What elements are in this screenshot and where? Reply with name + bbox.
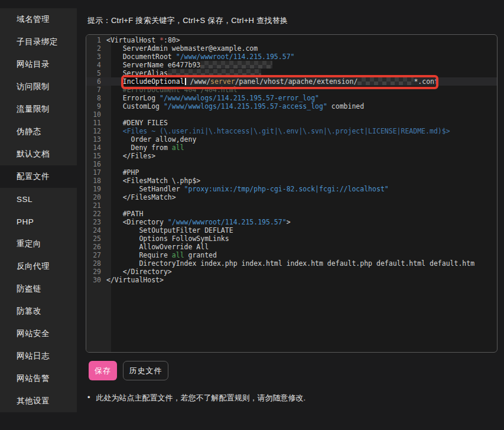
line-number: 5 bbox=[86, 69, 106, 77]
footer-note: • 此处为站点主配置文件，若您不了解配置规则，请勿随意修改. bbox=[87, 393, 305, 403]
sidebar-item-防篡改[interactable]: 防篡改 bbox=[0, 300, 77, 322]
sidebar-item-SSL[interactable]: SSL bbox=[0, 188, 77, 210]
line-number: 3 bbox=[86, 53, 106, 61]
line-number: 22 bbox=[86, 210, 106, 218]
line-number: 1 bbox=[86, 36, 106, 44]
sidebar-item-PHP[interactable]: PHP bbox=[0, 210, 77, 233]
bullet-icon: • bbox=[87, 393, 90, 403]
code-line: 3 DocumentRoot "/www/wwwroot/114.215.195… bbox=[86, 53, 497, 61]
code-line: 22 #PATH bbox=[86, 210, 497, 218]
line-number: 27 bbox=[86, 251, 106, 259]
code-line: 27 Require all granted bbox=[86, 251, 497, 259]
sidebar-item-网站安全[interactable]: 网站安全 bbox=[0, 322, 77, 345]
code-line: 30</VirtualHost> bbox=[86, 276, 497, 284]
line-number: 8 bbox=[86, 94, 106, 102]
sidebar-item-配置文件[interactable]: 配置文件 bbox=[0, 165, 77, 188]
line-number: 14 bbox=[86, 144, 106, 152]
line-number: 4 bbox=[86, 61, 106, 69]
code-content: 1<VirtualHost *:80>2 ServerAdmin webmast… bbox=[86, 36, 497, 284]
sidebar-item-域名管理[interactable]: 域名管理 bbox=[0, 8, 77, 31]
code-line: 29 </Directory> bbox=[86, 268, 497, 276]
code-line: 10 bbox=[86, 110, 497, 119]
redacted-blur bbox=[357, 77, 414, 85]
sidebar-item-子目录绑定[interactable]: 子目录绑定 bbox=[0, 31, 77, 53]
code-line: 26 AllowOverride All bbox=[86, 243, 497, 251]
line-number: 7 bbox=[86, 86, 106, 94]
code-line: 13 Order allow,deny bbox=[86, 135, 497, 144]
line-number: 11 bbox=[86, 119, 106, 127]
line-number: 15 bbox=[86, 152, 106, 160]
sidebar-item-重定向[interactable]: 重定向 bbox=[0, 233, 77, 255]
sidebar-item-防盗链[interactable]: 防盗链 bbox=[0, 278, 77, 300]
code-line: 19 SetHandler "proxy:unix:/tmp/php-cgi-8… bbox=[86, 185, 497, 193]
code-line: 17 #PHP bbox=[86, 168, 497, 177]
code-line: 16 bbox=[86, 160, 497, 168]
redacted-blur bbox=[168, 69, 261, 77]
code-line: 8 ErrorLog "/www/wwwlogs/114.215.195.57-… bbox=[86, 94, 497, 102]
code-line: 12 <Files ~ (\.user.ini|\.htaccess|\.git… bbox=[86, 127, 497, 135]
line-number: 29 bbox=[86, 268, 106, 276]
code-line: 4 ServerName e6477b93 bbox=[86, 61, 497, 69]
code-line: 15 </Files> bbox=[86, 152, 497, 160]
sidebar-item-反向代理[interactable]: 反向代理 bbox=[0, 255, 77, 278]
code-line: 21 bbox=[86, 201, 497, 210]
line-number: 25 bbox=[86, 234, 106, 243]
config-file-editor[interactable]: 1<VirtualHost *:80>2 ServerAdmin webmast… bbox=[86, 34, 498, 353]
sidebar-item-网站日志[interactable]: 网站日志 bbox=[0, 345, 77, 367]
history-file-button[interactable]: 历史文件 bbox=[123, 361, 168, 380]
code-line: 11 #DENY FILES bbox=[86, 119, 497, 127]
code-line: 25 Options FollowSymLinks bbox=[86, 234, 497, 243]
line-number: 12 bbox=[86, 127, 106, 135]
line-number: 30 bbox=[86, 276, 106, 284]
sidebar-item-流量限制[interactable]: 流量限制 bbox=[0, 98, 77, 120]
code-line: 9 CustomLog "/www/wwwlogs/114.215.195.57… bbox=[86, 102, 497, 110]
sidebar-item-网站告警[interactable]: 网站告警 bbox=[0, 367, 77, 390]
sidebar-item-其他设置[interactable]: 其他设置 bbox=[0, 390, 77, 412]
sidebar-item-默认文档[interactable]: 默认文档 bbox=[0, 143, 77, 165]
sidebar-item-伪静态[interactable]: 伪静态 bbox=[0, 120, 77, 143]
code-line: 14 Deny from all bbox=[86, 144, 497, 152]
line-number: 20 bbox=[86, 193, 106, 201]
code-line: 5 ServerAlias bbox=[86, 69, 497, 77]
code-line: 1<VirtualHost *:80> bbox=[86, 36, 497, 44]
line-number: 21 bbox=[86, 201, 106, 210]
code-line: 2 ServerAdmin webmaster@example.com bbox=[86, 44, 497, 53]
save-button[interactable]: 保存 bbox=[89, 361, 117, 380]
line-number: 24 bbox=[86, 226, 106, 234]
line-number: 26 bbox=[86, 243, 106, 251]
line-number: 28 bbox=[86, 259, 106, 268]
line-number: 18 bbox=[86, 177, 106, 185]
footer-note-text: 此处为站点主配置文件，若您不了解配置规则，请勿随意修改. bbox=[96, 393, 306, 403]
code-line: 24 SetOutputFilter DEFLATE bbox=[86, 226, 497, 234]
line-number: 9 bbox=[86, 102, 106, 110]
line-number: 16 bbox=[86, 160, 106, 168]
line-number: 23 bbox=[86, 218, 106, 226]
line-number: 13 bbox=[86, 135, 106, 144]
code-line: 28 DirectoryIndex index.php index.html i… bbox=[86, 259, 497, 268]
code-line: 6 IncludeOptional /www/server/panel/vhos… bbox=[86, 77, 497, 86]
editor-hint-text: 提示：Ctrl+F 搜索关键字，Ctrl+S 保存，Ctrl+H 查找替换 bbox=[87, 15, 288, 26]
sidebar-item-访问限制[interactable]: 访问限制 bbox=[0, 76, 77, 98]
sidebar-item-网站目录[interactable]: 网站目录 bbox=[0, 53, 77, 76]
redacted-blur bbox=[200, 61, 272, 69]
line-number: 10 bbox=[86, 110, 106, 119]
line-number: 6 bbox=[86, 77, 106, 86]
line-number: 19 bbox=[86, 185, 106, 193]
line-number: 2 bbox=[86, 44, 106, 53]
code-line: 23 <Directory "/www/wwwroot/114.215.195.… bbox=[86, 218, 497, 226]
code-line: 7 #ErrorDocument 404 /404.html bbox=[86, 86, 497, 94]
settings-sidebar: 域名管理子目录绑定网站目录访问限制流量限制伪静态默认文档配置文件SSLPHP重定… bbox=[0, 8, 77, 412]
code-line: 20 </FilesMatch> bbox=[86, 193, 497, 201]
code-line: 18 <FilesMatch \.php$> bbox=[86, 177, 497, 185]
line-number: 17 bbox=[86, 168, 106, 177]
